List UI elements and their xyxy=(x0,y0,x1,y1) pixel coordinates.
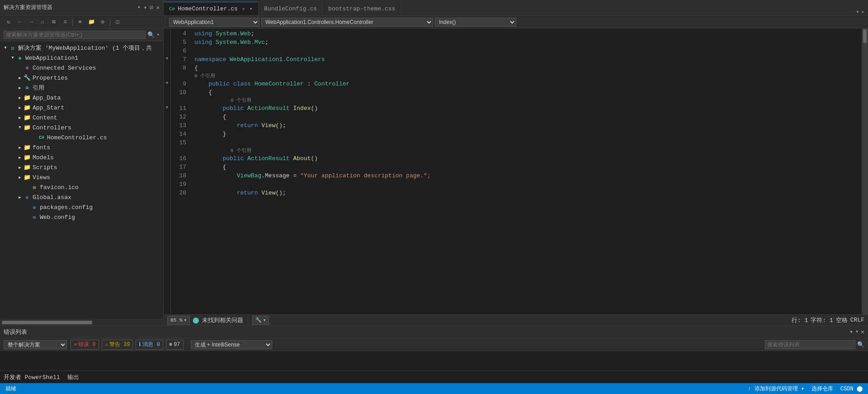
tab-homecontroller-close[interactable]: ✕ xyxy=(241,6,247,12)
panel-unpin-icon[interactable]: ▪ xyxy=(855,328,859,336)
collapse-9[interactable]: ▼ xyxy=(164,79,170,87)
sync-icon[interactable]: ↻ xyxy=(4,17,14,27)
code-line-9: public class HomeController : Controller xyxy=(193,80,862,88)
tree-properties[interactable]: ▶ 🔧 Properties xyxy=(0,73,163,83)
panel-close-icon[interactable]: ✕ xyxy=(861,328,864,336)
tab-homecontroller[interactable]: C# HomeController.cs ✕ ▪ xyxy=(164,2,259,15)
code-line-17: { xyxy=(193,163,862,171)
csdn-btn[interactable]: CSDN ⬤ xyxy=(840,385,863,392)
type-homecontroller: HomeController xyxy=(255,80,304,88)
tab-bundleconfig[interactable]: BundleConfig.cs xyxy=(259,2,323,15)
tab-pin-icon[interactable]: ▪ xyxy=(250,6,253,12)
tree-content[interactable]: ▶ 📁 Content xyxy=(0,113,163,123)
search-input[interactable] xyxy=(4,31,146,39)
code-line-10: { xyxy=(193,88,862,97)
tree-references[interactable]: ▶ ⊕ 引用 xyxy=(0,83,163,93)
props-icon[interactable]: ⚙ xyxy=(98,17,108,27)
sidebar-hscroll[interactable] xyxy=(0,319,163,325)
error-filter-select[interactable]: 整个解决方案 xyxy=(4,340,67,349)
class-select[interactable]: WebApplication1.Controllers.HomeControll… xyxy=(261,18,433,27)
method-select[interactable]: Index() xyxy=(435,18,516,27)
models-icon: 📁 xyxy=(24,154,31,161)
ready-status: 就绪 xyxy=(5,385,16,393)
zoom-dropdown-icon: ▾ xyxy=(184,317,187,323)
sidebar-arrow-icon[interactable]: ▾ xyxy=(144,4,147,11)
references-icon: ⊕ xyxy=(24,84,31,91)
tab-bootstraptheme[interactable]: bootstrap-theme.css xyxy=(323,2,401,15)
preview-icon[interactable]: ◫ xyxy=(113,17,123,27)
sidebar-unpin-icon[interactable]: ⊡ xyxy=(150,4,153,11)
search-bar: 🔍 ▾ xyxy=(0,28,163,41)
message-badge[interactable]: ℹ 消息 0 xyxy=(136,340,163,350)
app-data-arrow: ▶ xyxy=(16,94,24,101)
warning-badge[interactable]: ⚠ 警告 39 xyxy=(102,340,133,350)
status-right-area: ↑ 添加到源代码管理 ▾ 选择仓库 CSDN ⬤ xyxy=(748,385,863,393)
content-arrow: ▶ xyxy=(16,114,24,121)
tab-pin-all-btn[interactable]: ▪ xyxy=(861,9,864,15)
show-all-icon[interactable]: ⊞ xyxy=(49,17,59,27)
vscroll-thumb[interactable] xyxy=(863,29,867,43)
add-to-source-btn[interactable]: ↑ 添加到源代码管理 ▾ xyxy=(748,385,804,393)
fonts-label: fonts xyxy=(33,144,50,151)
vertical-scrollbar[interactable] xyxy=(862,28,868,314)
sidebar-pin-icon[interactable]: ▪ xyxy=(137,4,141,11)
home-icon[interactable]: ⌂ xyxy=(38,17,47,27)
error-search-icon[interactable]: 🔍 xyxy=(857,341,864,348)
forward-icon[interactable]: → xyxy=(26,17,36,27)
error-badge[interactable]: ✕ 错误 0 xyxy=(71,340,99,350)
str-message-18: "Your application description page."; xyxy=(300,171,431,180)
kw-public-11: public xyxy=(222,104,244,113)
warning-icon: ⚠ xyxy=(105,341,108,348)
select-repo-btn[interactable]: 选择仓库 xyxy=(811,385,833,393)
ns-webapp-controllers: WebApplication1.Controllers xyxy=(230,55,325,64)
extra-badge[interactable]: ⊛ 97 xyxy=(166,340,184,350)
filter-icon[interactable]: ≡ xyxy=(60,17,70,27)
line-status: 行: 1 xyxy=(792,316,808,324)
search-options-icon[interactable]: ▾ xyxy=(156,32,160,38)
content-label: Content xyxy=(33,114,57,121)
folder-icon[interactable]: 📁 xyxy=(86,17,96,27)
favicon-icon: ⊞ xyxy=(31,184,38,191)
properties-icon: 🔧 xyxy=(24,74,31,81)
tree-webconfig[interactable]: ▶ ⊙ Web.config xyxy=(0,212,163,222)
error-search-input[interactable] xyxy=(765,340,855,349)
zoom-label: 85 % xyxy=(170,318,182,323)
tab-bundleconfig-label: BundleConfig.cs xyxy=(264,5,317,12)
tab-cs-icon: C# xyxy=(169,6,175,12)
new-file-icon[interactable]: ⊕ xyxy=(75,17,85,27)
output-label[interactable]: 输出 xyxy=(67,373,79,381)
tree-packages[interactable]: ▶ ⊙ packages.config xyxy=(0,202,163,212)
references-label: 引用 xyxy=(33,84,44,92)
fonts-arrow: ▶ xyxy=(16,144,24,151)
func-about: About xyxy=(293,154,311,163)
tree-models[interactable]: ▶ 📁 Models xyxy=(0,152,163,162)
code-line-7: namespace WebApplication1.Controllers xyxy=(193,55,862,64)
tree-solution[interactable]: ▼ ⊡ 解决方案 'MyWebApplication' (1 个项目，共 xyxy=(0,43,163,53)
panel-pin-icon[interactable]: ▾ xyxy=(849,328,853,336)
squiggle-btn[interactable]: 🔧 ▾ xyxy=(252,316,269,325)
search-icon[interactable]: 🔍 xyxy=(147,31,155,38)
zoom-btn[interactable]: 85 % ▾ xyxy=(167,316,190,325)
project-select[interactable]: WebApplication1 xyxy=(169,18,259,27)
tree-scripts[interactable]: ▶ 📁 Scripts xyxy=(0,162,163,172)
powershell-label[interactable]: 开发者 PowerShell xyxy=(4,373,60,381)
collapse-11[interactable]: ▼ xyxy=(164,103,170,112)
tree-app-start[interactable]: ▶ 📁 App_Start xyxy=(0,103,163,113)
build-select[interactable]: 生成 + IntelliSense xyxy=(191,340,272,349)
tree-favicon[interactable]: ▶ ⊞ favicon.ico xyxy=(0,182,163,192)
tree-controllers[interactable]: ▼ 📁 Controllers xyxy=(0,123,163,133)
tree-homecontroller[interactable]: ▶ C# HomeController.cs xyxy=(0,133,163,142)
tab-list-btn[interactable]: ▾ xyxy=(856,9,859,15)
tree-app-data[interactable]: ▶ 📁 App_Data xyxy=(0,93,163,103)
tree-connected-services[interactable]: ▶ ⊛ Connected Services xyxy=(0,63,163,73)
tree-fonts[interactable]: ▶ 📁 fonts xyxy=(0,142,163,152)
references-arrow: ▶ xyxy=(16,84,24,91)
app-data-icon: 📁 xyxy=(24,94,31,101)
tree-views[interactable]: ▶ 📁 Views xyxy=(0,172,163,182)
back-icon[interactable]: ← xyxy=(15,17,25,27)
sidebar-close-icon[interactable]: ✕ xyxy=(156,4,160,11)
tree-project[interactable]: ▼ ◈ WebApplication1 xyxy=(0,53,163,63)
collapse-7[interactable]: ▼ xyxy=(164,54,170,63)
tree-global[interactable]: ▶ ⊙ Global.asax xyxy=(0,192,163,202)
packages-icon: ⊙ xyxy=(31,204,38,211)
